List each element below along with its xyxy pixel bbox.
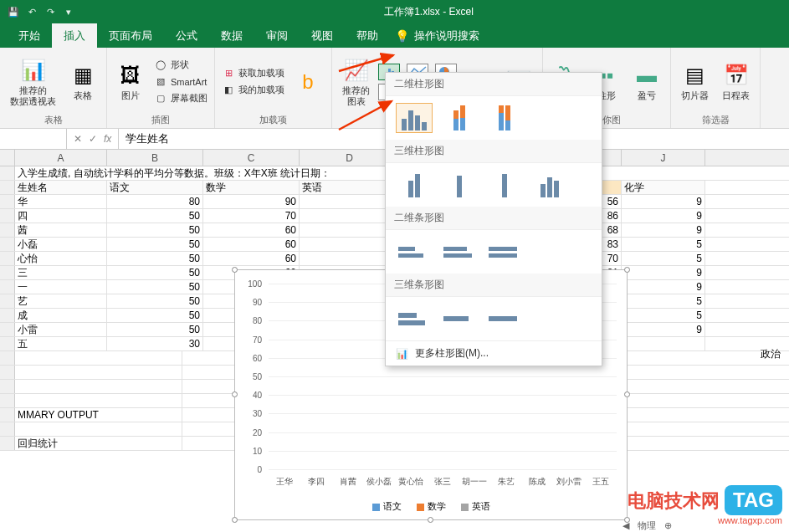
tab-layout[interactable]: 页面布局 [97, 23, 164, 48]
clustered-bar-option[interactable] [396, 237, 433, 267]
undo-icon[interactable]: ↶ [25, 5, 38, 18]
recommended-chart-icon: 📈 [343, 57, 370, 84]
stacked100-bar-option[interactable] [486, 237, 523, 267]
group-filters: ▤切片器 📅日程表 筛选器 [671, 48, 761, 128]
fx-icon[interactable]: fx [104, 133, 111, 145]
cancel-icon[interactable]: ✕ [74, 133, 82, 145]
3d-column-option[interactable] [531, 170, 568, 200]
watermark: 电脑技术网TAG www.tagxp.com [628, 485, 782, 525]
dd-section-3d-column: 三维柱形图 [386, 140, 602, 163]
redo-icon[interactable]: ↷ [44, 5, 57, 18]
dd-section-3d-bar: 三维条形图 [386, 274, 602, 297]
column-chart-dropdown: 二维柱形图 三维柱形图 二维条形图 三维条形图 📊 更多柱形图(M)... [385, 72, 602, 366]
3d-stacked100-bar-option[interactable] [486, 304, 523, 334]
smartart-button[interactable]: ▧SmartArt [152, 74, 209, 90]
tab-help[interactable]: 帮助 [345, 23, 390, 48]
cell-politics: 政治 [761, 347, 781, 361]
ribbon-tabs: 开始 插入 页面布局 公式 数据 审阅 视图 帮助 💡 操作说明搜索 [0, 23, 789, 48]
quick-access-toolbar: 💾 ↶ ↷ ▾ [7, 5, 75, 18]
lightbulb-icon: 💡 [395, 29, 409, 43]
3d-clustered-bar-option[interactable] [396, 304, 433, 334]
tab-data[interactable]: 数据 [209, 23, 254, 48]
tab-review[interactable]: 审阅 [254, 23, 300, 48]
pictures-button[interactable]: 🖼 图片 [112, 60, 149, 103]
stacked-bar-option[interactable] [441, 237, 478, 267]
group-tables: 📊 推荐的 数据透视表 ▦ 表格 表格 [0, 48, 107, 128]
screenshot-button[interactable]: ▢屏幕截图 [152, 91, 209, 106]
tab-insert[interactable]: 插入 [52, 23, 97, 48]
sparkline-winloss-button[interactable]: ▬盈亏 [628, 60, 665, 103]
slicer-icon: ▤ [682, 62, 709, 89]
sparkwinloss-icon: ▬ [633, 62, 660, 89]
name-box[interactable] [0, 129, 67, 149]
my-addins-button[interactable]: ◧我的加载项 [220, 83, 286, 98]
timeline-button[interactable]: 📅日程表 [717, 60, 755, 103]
qat-more-icon[interactable]: ▾ [62, 5, 75, 18]
shapes-icon: ◯ [154, 59, 167, 72]
bing-icon: b [295, 69, 321, 95]
chart-small-icon: 📊 [396, 348, 408, 360]
picture-icon: 🖼 [117, 62, 144, 89]
group-illustrations: 🖼 图片 ◯形状 ▧SmartArt ▢屏幕截图 插图 [107, 48, 215, 128]
table-button[interactable]: ▦ 表格 [64, 60, 101, 103]
timeline-icon: 📅 [723, 62, 750, 89]
table-icon: ▦ [69, 62, 96, 89]
tell-me-search[interactable]: 操作说明搜索 [414, 28, 479, 43]
screenshot-icon: ▢ [154, 92, 167, 105]
recommended-charts-button[interactable]: 📈 推荐的 图表 [337, 55, 375, 109]
chart-legend: 语文 数学 英语 [235, 500, 627, 513]
group-addins: ⊞获取加载项 ◧我的加载项 b 加载项 [215, 48, 332, 128]
pivot-icon: 📊 [20, 57, 47, 84]
clustered-column-option[interactable] [396, 103, 433, 133]
get-addins-button[interactable]: ⊞获取加载项 [220, 66, 286, 81]
more-column-charts-button[interactable]: 📊 更多柱形图(M)... [386, 340, 602, 366]
bing-button[interactable]: b [289, 67, 326, 97]
pivot-table-button[interactable]: 📊 推荐的 数据透视表 [5, 55, 61, 109]
tab-formulas[interactable]: 公式 [164, 23, 209, 48]
shapes-button[interactable]: ◯形状 [152, 58, 209, 73]
tab-home[interactable]: 开始 [7, 23, 52, 48]
titlebar: 💾 ↶ ↷ ▾ 工作簿1.xlsx - Excel [0, 0, 789, 23]
stacked-column-option[interactable] [441, 103, 478, 133]
tab-view[interactable]: 视图 [300, 23, 345, 48]
slicer-button[interactable]: ▤切片器 [676, 60, 714, 103]
dd-section-2d-column: 二维柱形图 [386, 73, 602, 96]
store-icon: ⊞ [222, 67, 235, 80]
stacked100-column-option[interactable] [486, 103, 523, 133]
smartart-icon: ▧ [154, 75, 167, 89]
3d-stacked-column-option[interactable] [441, 170, 478, 200]
3d-stacked-bar-option[interactable] [441, 304, 478, 334]
dd-section-2d-bar: 二维条形图 [386, 207, 602, 230]
save-icon[interactable]: 💾 [7, 5, 20, 18]
addin-icon: ◧ [222, 84, 235, 97]
enter-icon[interactable]: ✓ [89, 133, 97, 145]
3d-stacked100-column-option[interactable] [486, 170, 523, 200]
window-title: 工作簿1.xlsx - Excel [75, 5, 782, 19]
3d-clustered-column-option[interactable] [396, 170, 433, 200]
